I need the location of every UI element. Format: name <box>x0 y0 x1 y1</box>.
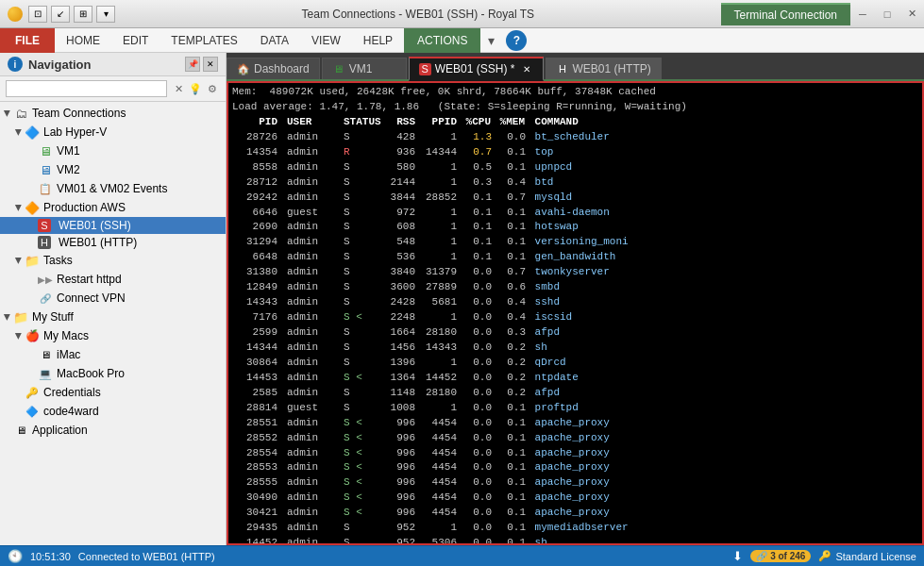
menu-chevron[interactable]: ▾ <box>480 33 502 48</box>
process-row: 2599 admin S 1664 28180 0.0 0.3 afpd <box>232 325 918 341</box>
restart-httpd-icon: ▶▶ <box>38 272 53 287</box>
menu-file[interactable]: FILE <box>0 28 55 53</box>
tree-item-vm-events[interactable]: 📋 VM01 & VM02 Events <box>0 179 226 198</box>
tab-dashboard[interactable]: 🏠 Dashboard <box>227 58 320 79</box>
tree-item-tasks[interactable]: ▶ 📁 Tasks <box>0 251 226 270</box>
tab-bar: 🏠 Dashboard 🖥 VM1 S WEB01 (SSH) * ✕ H WE… <box>227 53 924 81</box>
menu-home[interactable]: HOME <box>55 28 111 53</box>
menu-view[interactable]: VIEW <box>300 28 352 53</box>
process-row: 31380 admin S 3840 31379 0.0 0.7 twonkys… <box>232 265 918 280</box>
tree-item-vm1[interactable]: 🖥 VM1 <box>0 142 226 160</box>
process-row: 28553 admin S < 996 4454 0.0 0.1 apache_… <box>232 460 918 475</box>
connections-icon: 🔗 <box>756 551 767 561</box>
tree-item-restart-httpd[interactable]: ▶▶ Restart httpd <box>0 270 226 289</box>
window-controls: ─ □ ✕ <box>850 0 924 28</box>
nav-close-btn[interactable]: ✕ <box>203 57 218 72</box>
tree-arrow-my-macs: ▶ <box>14 330 24 341</box>
web01-ssh-tab-icon: S <box>419 63 431 75</box>
connect-vpn-icon: 🔗 <box>38 291 53 306</box>
tree-item-code4ward[interactable]: 🔷 code4ward <box>0 402 226 421</box>
credentials-icon: 🔑 <box>25 385 40 400</box>
tree-item-web01-ssh[interactable]: S WEB01 (SSH) <box>0 217 226 234</box>
menu-edit[interactable]: EDIT <box>111 28 160 53</box>
menu-data[interactable]: DATA <box>249 28 300 53</box>
menu-templates[interactable]: TEMPLATES <box>160 28 248 53</box>
tree-arrow-aws: ▶ <box>14 202 24 213</box>
web01-http-tab-icon: H <box>556 63 568 75</box>
tree-item-macbook[interactable]: 💻 MacBook Pro <box>0 364 226 383</box>
title-bar-left: ⊡ ↙ ⊞ ▾ <box>0 6 115 23</box>
my-macs-label: My Macs <box>43 329 89 342</box>
tree-item-vm2[interactable]: 🖥 VM2 <box>0 160 226 179</box>
tree-item-credentials[interactable]: 🔑 Credentials <box>0 383 226 402</box>
terminal-load-line: Load average: 1.47, 1.78, 1.86 (State: S… <box>232 100 918 115</box>
process-row: 8558 admin S 580 1 0.5 0.1 upnpcd <box>232 160 918 175</box>
nav-actions: 📌 ✕ <box>185 57 218 72</box>
application-label: Application <box>32 424 88 437</box>
tb-btn-3[interactable]: ⊞ <box>74 6 92 23</box>
lab-hyperv-icon: 🔷 <box>25 125 40 140</box>
process-row: 14452 admin S 952 5306 0.0 0.1 sh <box>232 536 918 543</box>
nav-icon: i <box>8 57 23 72</box>
nav-pin-btn[interactable]: 📌 <box>185 57 200 72</box>
tree-item-connect-vpn[interactable]: 🔗 Connect VPN <box>0 289 226 308</box>
process-row: 14343 admin S 2428 5681 0.0 0.4 sshd <box>232 295 918 310</box>
tab-vm1[interactable]: 🖥 VM1 <box>322 58 407 79</box>
tree-item-team-connections[interactable]: ▶ 🗂 Team Connections <box>0 104 226 123</box>
badge-count: 3 of 246 <box>770 551 805 561</box>
tb-btn-1[interactable]: ⊡ <box>28 6 47 23</box>
tasks-label: Tasks <box>43 254 73 267</box>
tree-item-aws[interactable]: ▶ 🔶 Production AWS <box>0 198 226 217</box>
vm2-icon: 🖥 <box>38 162 53 177</box>
status-connection-text: Connected to WEB01 (HTTP) <box>78 551 215 562</box>
title-bar-buttons: ⊡ ↙ ⊞ ▾ <box>28 6 115 23</box>
tb-btn-4[interactable]: ▾ <box>96 6 115 23</box>
my-stuff-label: My Stuff <box>32 310 74 324</box>
tree-item-lab-hyperv[interactable]: ▶ 🔷 Lab Hyper-V <box>0 123 226 142</box>
menu-bar: FILE HOME EDIT TEMPLATES DATA VIEW HELP … <box>0 28 924 53</box>
tree-arrow-team: ▶ <box>3 108 12 119</box>
license-text: Standard License <box>835 551 916 562</box>
nav-search-icons: ✕ 💡 ⚙ <box>171 81 220 96</box>
menu-actions[interactable]: ACTIONS <box>404 28 480 53</box>
web01-ssh-tab-close[interactable]: ✕ <box>520 62 533 75</box>
web01-http-icon: H <box>38 236 51 249</box>
clear-search-icon[interactable]: ✕ <box>171 81 186 96</box>
menu-help[interactable]: HELP <box>352 28 404 53</box>
search-filter-icon[interactable]: ⚙ <box>205 81 220 96</box>
tree-item-my-stuff[interactable]: ▶ 📁 My Stuff <box>0 308 226 326</box>
vm1-tab-icon: 🖥 <box>332 62 345 75</box>
minimize-button[interactable]: ─ <box>850 0 875 28</box>
tree-item-imac[interactable]: 🖥 iMac <box>0 345 226 364</box>
process-row: 28552 admin S < 996 4454 0.0 0.1 apache_… <box>232 431 918 446</box>
process-row: 28726 admin S 428 1 1.3 0.0 bt_scheduler <box>232 130 918 145</box>
terminal-body[interactable]: Mem: 489072K used, 26428K free, 0K shrd,… <box>228 83 922 543</box>
process-row: 2585 admin S 1148 28180 0.0 0.2 afpd <box>232 386 918 401</box>
vm1-label: VM1 <box>57 144 80 158</box>
tree-item-web01-http[interactable]: H WEB01 (HTTP) <box>0 234 226 251</box>
process-row: 14354 admin R 936 14344 0.7 0.1 top <box>232 145 918 160</box>
vm-events-icon: 📋 <box>38 181 53 196</box>
tree-item-my-macs[interactable]: ▶ 🍎 My Macs <box>0 326 226 345</box>
search-bulb-icon[interactable]: 💡 <box>188 81 203 96</box>
aws-icon: 🔶 <box>25 200 40 215</box>
search-input[interactable] <box>6 80 167 97</box>
code4ward-label: code4ward <box>43 405 99 418</box>
vm2-label: VM2 <box>57 163 80 176</box>
tab-web01-http[interactable]: H WEB01 (HTTP) <box>546 58 661 79</box>
process-row: 7176 admin S < 2248 1 0.0 0.4 iscsid <box>232 310 918 325</box>
help-button[interactable]: ? <box>506 30 527 51</box>
terminal-connection-tab: Terminal Connection <box>721 3 850 25</box>
window-title: Team Connections - WEB01 (SSH) - Royal T… <box>115 8 721 21</box>
terminal-content: Mem: 489072K used, 26428K free, 0K shrd,… <box>227 81 924 545</box>
web01-http-label: WEB01 (HTTP) <box>59 236 137 249</box>
tab-web01-ssh[interactable]: S WEB01 (SSH) * ✕ <box>409 57 545 81</box>
tb-btn-2[interactable]: ↙ <box>51 6 70 23</box>
close-button[interactable]: ✕ <box>899 0 924 28</box>
process-row: 30490 admin S < 996 4454 0.0 0.1 apache_… <box>232 491 918 506</box>
process-rows: 28726 admin S 428 1 1.3 0.0 bt_scheduler… <box>232 130 918 543</box>
my-macs-icon: 🍎 <box>25 328 40 343</box>
process-row: 2690 admin S 608 1 0.1 0.1 hotswap <box>232 220 918 235</box>
tree-item-application[interactable]: 🖥 Application <box>0 421 226 440</box>
maximize-button[interactable]: □ <box>875 0 899 28</box>
